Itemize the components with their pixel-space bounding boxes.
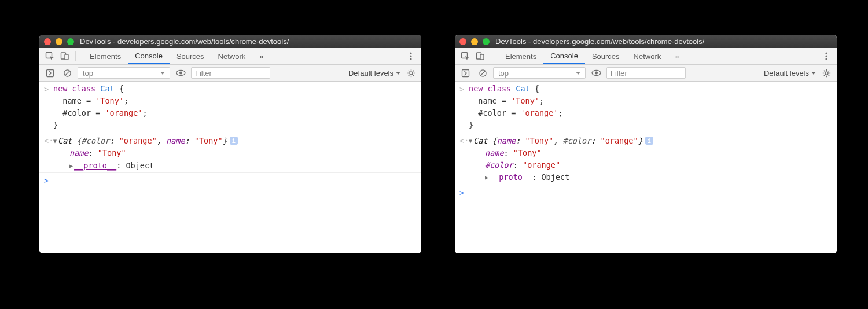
svg-point-23 [825,52,827,54]
info-icon[interactable]: i [645,137,653,145]
object-proto[interactable]: __proto__: Object [53,159,417,172]
filter-placeholder: Filter [195,69,212,78]
object-property-row: name: "Tony" [39,147,421,159]
console-output[interactable]: > new class Cat { name = 'Tony'; #color … [455,82,837,253]
tab-network[interactable]: Network [627,48,668,64]
maximize-button[interactable] [67,38,74,45]
titlebar[interactable]: DevTools - developers.google.com/web/too… [455,35,837,48]
levels-label: Default levels [764,69,809,78]
titlebar[interactable]: DevTools - developers.google.com/web/too… [39,35,421,48]
console-input-row: > new class Cat { name = 'Tony'; #color … [39,83,421,131]
tab-network[interactable]: Network [211,48,253,64]
console-input-row: > new class Cat { name = 'Tony'; #color … [455,83,837,131]
svg-line-17 [413,75,414,76]
main-tabbar: Elements Console Sources Network » [39,48,421,65]
minimize-button[interactable] [56,38,62,45]
close-button[interactable] [44,38,51,45]
console-result-row: <· Cat {#color: "orange", name: "Tony"}i [39,134,421,147]
row-divider [39,172,421,173]
context-selector[interactable]: top [78,67,170,79]
inspect-element-icon[interactable] [458,49,472,63]
object-property[interactable]: #color: "orange" [469,159,832,171]
sidebar-toggle-icon[interactable] [43,66,57,80]
maximize-button[interactable] [483,38,490,45]
object-property[interactable]: name: "Tony" [53,147,417,159]
output-prompt-icon: <· [459,134,469,147]
context-value: top [498,69,509,78]
device-toolbar-icon[interactable] [473,49,487,63]
console-settings-icon[interactable] [404,66,418,80]
devtools-window-right: DevTools - developers.google.com/web/too… [455,35,837,253]
svg-rect-22 [480,54,484,60]
svg-rect-2 [65,54,68,60]
svg-point-10 [179,72,182,75]
tab-overflow[interactable]: » [668,48,686,64]
tab-sources[interactable]: Sources [170,48,211,64]
more-menu-icon[interactable] [404,49,418,63]
tab-sources[interactable]: Sources [585,48,627,64]
console-output[interactable]: > new class Cat { name = 'Tony'; #color … [39,82,421,253]
window-title: DevTools - developers.google.com/web/too… [80,37,289,46]
context-selector[interactable]: top [493,67,586,79]
filter-input[interactable]: Filter [606,67,686,79]
svg-line-16 [408,70,409,71]
svg-line-39 [823,75,825,76]
input-prompt-icon: > [459,83,469,95]
context-value: top [83,69,93,78]
object-proto-row: __proto__: Object [39,159,421,172]
sidebar-toggle-icon[interactable] [458,66,472,80]
console-settings-icon[interactable] [819,66,833,80]
log-levels-select[interactable]: Default levels [348,69,400,78]
info-icon[interactable]: i [230,137,238,145]
output-prompt-icon: <· [44,134,53,147]
disclosure-triangle-icon[interactable] [53,134,57,146]
console-result-row: <· Cat {name: "Tony", #color: "orange"}i [455,134,837,147]
svg-point-3 [410,52,411,54]
object-property[interactable]: name: "Tony" [469,147,832,159]
object-property-row: #color: "orange" [455,159,837,171]
console-prompt-row[interactable]: > [455,186,837,199]
disclosure-triangle-icon[interactable] [485,171,488,183]
tab-console[interactable]: Console [543,48,585,64]
more-menu-icon[interactable] [819,49,833,63]
svg-rect-6 [46,69,53,76]
dropdown-icon [160,72,165,75]
filter-input[interactable]: Filter [191,67,270,79]
close-button[interactable] [459,38,466,45]
clear-console-icon[interactable] [476,66,490,80]
input-prompt-icon: > [44,174,53,187]
svg-point-31 [825,71,827,74]
console-code-input: new class Cat { name = 'Tony'; #color = … [53,83,417,131]
main-tabbar: Elements Console Sources Network » [455,48,837,65]
tab-elements[interactable]: Elements [83,48,128,64]
object-summary[interactable]: Cat {#color: "orange", name: "Tony"}i [53,134,417,147]
window-title: DevTools - developers.google.com/web/too… [495,37,704,46]
svg-line-37 [828,75,829,76]
live-expression-icon[interactable] [589,66,603,80]
disclosure-triangle-icon[interactable] [469,134,472,146]
inspect-element-icon[interactable] [43,49,57,63]
tab-elements[interactable]: Elements [498,48,543,64]
console-toolbar: top Filter Default levels [455,65,837,82]
panel-tabs: Elements Console Sources Network » [498,48,686,64]
object-proto[interactable]: __proto__: Object [469,171,832,183]
divider [491,51,491,61]
minimize-button[interactable] [471,38,478,45]
svg-line-19 [408,75,409,76]
svg-line-18 [413,70,414,71]
svg-point-11 [409,71,412,74]
tab-overflow[interactable]: » [252,48,270,64]
device-toolbar-icon[interactable] [58,49,72,63]
divider [75,51,76,61]
input-prompt-icon: > [459,186,469,199]
tab-console[interactable]: Console [128,48,170,64]
console-prompt-row[interactable]: > [39,174,421,187]
log-levels-select[interactable]: Default levels [764,69,816,78]
row-divider [455,185,837,185]
panel-tabs: Elements Console Sources Network » [83,48,271,64]
clear-console-icon[interactable] [60,66,74,80]
row-divider [455,133,837,133]
object-summary[interactable]: Cat {name: "Tony", #color: "orange"}i [469,134,832,147]
disclosure-triangle-icon[interactable] [69,159,73,171]
live-expression-icon[interactable] [174,66,187,80]
